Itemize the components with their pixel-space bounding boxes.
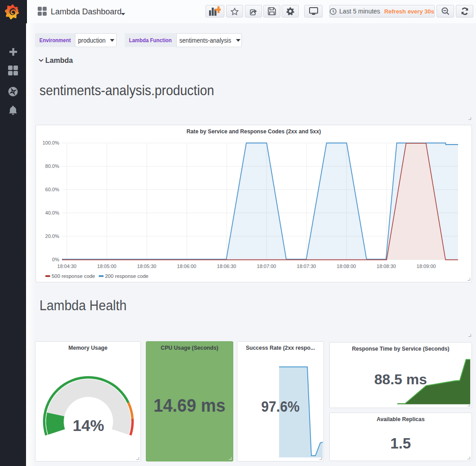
svg-text:500 response code: 500 response code: [52, 273, 95, 279]
svg-text:18:07:00: 18:07:00: [257, 264, 276, 269]
svg-text:40.0%: 40.0%: [45, 210, 59, 215]
svg-text:0%: 0%: [52, 257, 59, 262]
svg-text:200 response code: 200 response code: [105, 273, 148, 279]
svg-text:18:09:00: 18:09:00: [417, 264, 436, 269]
svg-text:18:05:30: 18:05:30: [137, 264, 157, 269]
svg-text:18:04:30: 18:04:30: [57, 264, 77, 269]
svg-text:18:08:00: 18:08:00: [337, 264, 356, 269]
svg-text:80.0%: 80.0%: [45, 163, 59, 169]
svg-text:100.0%: 100.0%: [43, 140, 60, 145]
svg-text:18:05:00: 18:05:00: [97, 264, 117, 269]
svg-text:60.0%: 60.0%: [45, 187, 59, 192]
svg-text:18:08:30: 18:08:30: [377, 264, 396, 269]
svg-text:18:06:30: 18:06:30: [217, 264, 236, 269]
svg-text:18:06:00: 18:06:00: [177, 264, 197, 269]
svg-text:18:07:30: 18:07:30: [297, 264, 316, 269]
svg-text:20.0%: 20.0%: [45, 233, 59, 239]
svg-text:14%: 14%: [73, 417, 104, 434]
